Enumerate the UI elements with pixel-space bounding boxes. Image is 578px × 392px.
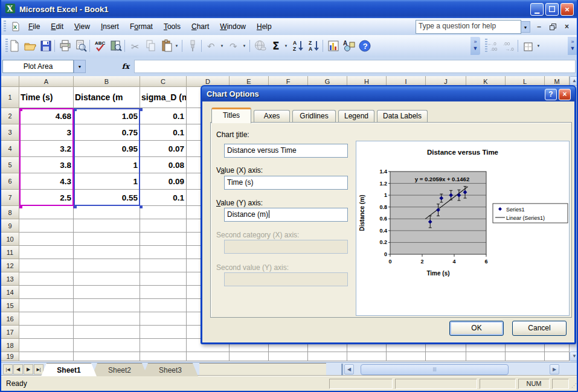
paste-dropdown-icon[interactable]: ▼ [173, 39, 180, 53]
cell-B16[interactable] [74, 312, 140, 326]
menu-insert[interactable]: Insert [96, 21, 124, 33]
cell-B12[interactable] [74, 259, 140, 272]
borders-icon[interactable] [521, 39, 536, 53]
row-header-17[interactable]: 17 [1, 326, 19, 339]
previous-sheet-button[interactable]: ◀ [13, 364, 23, 374]
open-folder-icon[interactable] [23, 39, 37, 53]
cell-H19[interactable] [347, 352, 387, 361]
field-input-3[interactable]: Distance (m) [224, 208, 348, 222]
cell-M19[interactable] [545, 352, 570, 361]
row-header-3[interactable]: 3 [1, 124, 19, 141]
row-header-14[interactable]: 14 [1, 286, 19, 299]
row-header-15[interactable]: 15 [1, 299, 19, 312]
print-preview-icon[interactable] [74, 39, 88, 53]
cell-A16[interactable] [19, 312, 74, 326]
sort-ascending-icon[interactable]: AZ [291, 39, 306, 53]
last-sheet-button[interactable]: ▶| [34, 364, 43, 374]
cell-B10[interactable] [74, 233, 140, 246]
cell-A17[interactable] [19, 326, 74, 339]
borders-dropdown-icon[interactable]: ▼ [535, 39, 542, 53]
cell-A9[interactable] [19, 219, 74, 233]
dialog-tab-gridlines[interactable]: Gridlines [292, 110, 336, 123]
field-input-1[interactable]: Distance versus Time [224, 144, 348, 158]
resize-grip-icon[interactable]: ⋰ [571, 382, 577, 388]
sheet-tab-sheet1[interactable]: Sheet1 [41, 363, 97, 376]
row-header-5[interactable]: 5 [1, 157, 19, 173]
cell-C6[interactable]: 0.09 [140, 173, 187, 190]
tab-split-handle[interactable] [341, 364, 343, 375]
row-header-18[interactable]: 18 [1, 339, 19, 352]
insert-function-icon[interactable]: fx [118, 60, 133, 73]
save-icon[interactable] [39, 39, 53, 53]
cell-A8[interactable] [19, 206, 74, 219]
cell-B3[interactable]: 0.75 [74, 124, 140, 141]
cell-C4[interactable]: 0.07 [140, 141, 187, 157]
row-header-12[interactable]: 12 [1, 259, 19, 272]
cell-A2[interactable]: 4.68 [19, 108, 74, 124]
cell-B7[interactable]: 0.55 [74, 190, 140, 206]
cell-I19[interactable] [387, 352, 426, 361]
name-box-dropdown-icon[interactable]: ▼ [74, 60, 86, 73]
dialog-tab-titles[interactable]: Titles [211, 108, 251, 123]
first-sheet-button[interactable]: |◀ [3, 364, 13, 374]
cell-B13[interactable] [74, 272, 140, 286]
autosum-icon[interactable]: Σ [269, 39, 283, 53]
cell-A11[interactable] [19, 246, 74, 259]
menu-file[interactable]: File [24, 21, 45, 33]
toolbar-options-chevron[interactable]: »▼ [470, 37, 480, 55]
cell-G19[interactable] [308, 352, 347, 361]
cell-C12[interactable] [140, 259, 187, 272]
dialog-tab-legend[interactable]: Legend [338, 110, 374, 123]
row-header-10[interactable]: 10 [1, 233, 19, 246]
row-header-11[interactable]: 11 [1, 246, 19, 259]
cell-C13[interactable] [140, 272, 187, 286]
cell-C10[interactable] [140, 233, 187, 246]
dialog-tab-axes[interactable]: Axes [254, 110, 290, 123]
cell-C15[interactable] [140, 299, 187, 312]
scroll-up-icon[interactable]: ▲ [570, 76, 578, 86]
cell-B1[interactable]: Distance (m [74, 87, 140, 108]
cell-B4[interactable]: 0.95 [74, 141, 140, 157]
row-header-1[interactable]: 1 [1, 87, 19, 108]
cell-C19[interactable] [140, 352, 187, 361]
row-header-19[interactable]: 19 [1, 352, 19, 361]
sheet-tab-sheet2[interactable]: Sheet2 [92, 363, 147, 376]
research-icon[interactable] [109, 39, 123, 53]
drawing-icon[interactable]: A [342, 39, 356, 53]
menu-chart[interactable]: Chart [187, 21, 214, 33]
cell-B15[interactable] [74, 299, 140, 312]
column-header-A[interactable]: A [19, 76, 74, 87]
chart-wizard-icon[interactable] [326, 39, 341, 53]
ok-button[interactable]: OK [449, 321, 504, 336]
help-question-dropdown-icon[interactable]: ▼ [521, 21, 530, 33]
cell-B18[interactable] [74, 339, 140, 352]
cell-C9[interactable] [140, 219, 187, 233]
menu-view[interactable]: View [69, 21, 95, 33]
menu-tools[interactable]: Tools [159, 21, 185, 33]
cell-B8[interactable] [74, 206, 140, 219]
row-header-7[interactable]: 7 [1, 190, 19, 206]
cell-B14[interactable] [74, 286, 140, 299]
cell-A18[interactable] [19, 339, 74, 352]
cell-C11[interactable] [140, 246, 187, 259]
row-header-4[interactable]: 4 [1, 141, 19, 157]
autosum-dropdown-icon[interactable]: ▼ [283, 39, 289, 53]
cell-A1[interactable]: Time (s) [19, 87, 74, 108]
menu-format[interactable]: Format [125, 21, 158, 33]
cell-C8[interactable] [140, 206, 187, 219]
cell-B19[interactable] [74, 352, 140, 361]
row-header-2[interactable]: 2 [1, 108, 19, 124]
formula-input[interactable] [134, 60, 576, 73]
menu-window[interactable]: Window [215, 21, 251, 33]
menu-help[interactable]: Help [252, 21, 277, 33]
row-header-9[interactable]: 9 [1, 219, 19, 233]
sheet-tab-sheet3[interactable]: Sheet3 [143, 363, 198, 376]
dialog-close-icon[interactable]: × [559, 89, 571, 100]
menu-edit[interactable]: Edit [46, 21, 68, 33]
cell-B5[interactable]: 1 [74, 157, 140, 173]
cell-A12[interactable] [19, 259, 74, 272]
cell-B2[interactable]: 1.05 [74, 108, 140, 124]
column-header-B[interactable]: B [74, 76, 140, 87]
name-box[interactable]: Plot Area [2, 60, 74, 73]
next-sheet-button[interactable]: ▶ [24, 364, 33, 374]
